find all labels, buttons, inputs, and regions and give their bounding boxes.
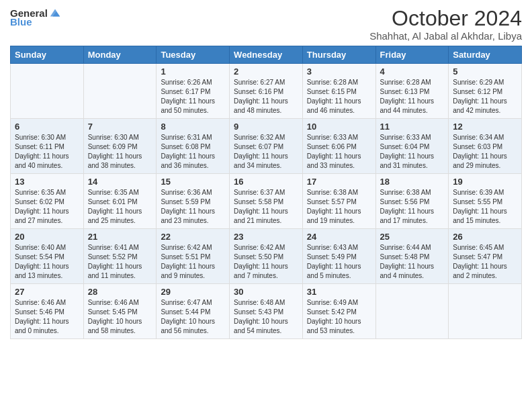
day-info: Sunrise: 6:28 AMSunset: 6:13 PMDaylight:… (380, 78, 445, 116)
calendar-cell: 20Sunrise: 6:40 AMSunset: 5:54 PMDayligh… (11, 229, 84, 284)
day-info: Sunrise: 6:33 AMSunset: 6:04 PMDaylight:… (380, 133, 445, 171)
logo-blue: Blue (10, 16, 32, 28)
day-info: Sunrise: 6:30 AMSunset: 6:11 PMDaylight:… (15, 133, 79, 171)
logo-icon (49, 7, 61, 19)
day-number: 24 (307, 232, 371, 242)
logo: General Blue (10, 7, 61, 28)
calendar-cell: 1Sunrise: 6:26 AMSunset: 6:17 PMDaylight… (157, 64, 230, 119)
weekday-header-saturday: Saturday (449, 46, 522, 64)
week-row-5: 27Sunrise: 6:46 AMSunset: 5:46 PMDayligh… (11, 284, 522, 339)
day-number: 16 (234, 177, 298, 187)
calendar-cell: 13Sunrise: 6:35 AMSunset: 6:02 PMDayligh… (11, 174, 84, 229)
title-block: October 2024 Shahhat, Al Jabal al Akhdar… (369, 7, 522, 42)
day-info: Sunrise: 6:29 AMSunset: 6:12 PMDaylight:… (453, 78, 517, 116)
day-number: 28 (88, 287, 152, 297)
calendar-cell: 11Sunrise: 6:33 AMSunset: 6:04 PMDayligh… (375, 119, 449, 174)
calendar-cell: 14Sunrise: 6:35 AMSunset: 6:01 PMDayligh… (83, 174, 157, 229)
calendar-cell: 15Sunrise: 6:36 AMSunset: 5:59 PMDayligh… (157, 174, 230, 229)
weekday-header-monday: Monday (83, 46, 157, 64)
day-number: 27 (15, 287, 79, 297)
day-info: Sunrise: 6:41 AMSunset: 5:52 PMDaylight:… (88, 243, 152, 281)
calendar-cell: 30Sunrise: 6:48 AMSunset: 5:43 PMDayligh… (230, 284, 303, 339)
day-info: Sunrise: 6:39 AMSunset: 5:55 PMDaylight:… (453, 188, 517, 226)
day-info: Sunrise: 6:42 AMSunset: 5:50 PMDaylight:… (234, 243, 298, 281)
calendar-cell (375, 284, 449, 339)
page: General Blue October 2024 Shahhat, Al Ja… (0, 0, 532, 411)
calendar-cell: 21Sunrise: 6:41 AMSunset: 5:52 PMDayligh… (83, 229, 157, 284)
day-number: 31 (307, 287, 371, 297)
day-number: 7 (88, 122, 152, 132)
day-number: 8 (161, 122, 225, 132)
calendar: SundayMondayTuesdayWednesdayThursdayFrid… (10, 46, 522, 339)
week-row-3: 13Sunrise: 6:35 AMSunset: 6:02 PMDayligh… (11, 174, 522, 229)
day-info: Sunrise: 6:46 AMSunset: 5:46 PMDaylight:… (15, 298, 79, 336)
day-info: Sunrise: 6:33 AMSunset: 6:06 PMDaylight:… (307, 133, 371, 171)
day-number: 12 (453, 122, 517, 132)
day-info: Sunrise: 6:38 AMSunset: 5:56 PMDaylight:… (380, 188, 445, 226)
day-info: Sunrise: 6:30 AMSunset: 6:09 PMDaylight:… (88, 133, 152, 171)
calendar-cell: 17Sunrise: 6:38 AMSunset: 5:57 PMDayligh… (302, 174, 375, 229)
day-number: 10 (307, 122, 371, 132)
calendar-cell: 9Sunrise: 6:32 AMSunset: 6:07 PMDaylight… (230, 119, 303, 174)
calendar-header: SundayMondayTuesdayWednesdayThursdayFrid… (11, 46, 522, 64)
calendar-cell: 10Sunrise: 6:33 AMSunset: 6:06 PMDayligh… (302, 119, 375, 174)
day-info: Sunrise: 6:49 AMSunset: 5:42 PMDaylight:… (307, 298, 371, 336)
day-number: 18 (380, 177, 445, 187)
calendar-body: 1Sunrise: 6:26 AMSunset: 6:17 PMDaylight… (11, 64, 522, 339)
day-info: Sunrise: 6:46 AMSunset: 5:45 PMDaylight:… (88, 298, 152, 336)
calendar-cell (83, 64, 157, 119)
day-number: 30 (234, 287, 298, 297)
weekday-header-sunday: Sunday (11, 46, 84, 64)
calendar-cell (449, 284, 522, 339)
calendar-cell: 18Sunrise: 6:38 AMSunset: 5:56 PMDayligh… (375, 174, 449, 229)
calendar-cell: 16Sunrise: 6:37 AMSunset: 5:58 PMDayligh… (230, 174, 303, 229)
day-number: 23 (234, 232, 298, 242)
day-info: Sunrise: 6:26 AMSunset: 6:17 PMDaylight:… (161, 78, 225, 116)
weekday-header-wednesday: Wednesday (230, 46, 303, 64)
calendar-cell: 2Sunrise: 6:27 AMSunset: 6:16 PMDaylight… (230, 64, 303, 119)
day-number: 26 (453, 232, 517, 242)
day-number: 20 (15, 232, 79, 242)
day-number: 13 (15, 177, 79, 187)
calendar-cell: 12Sunrise: 6:34 AMSunset: 6:03 PMDayligh… (449, 119, 522, 174)
day-info: Sunrise: 6:40 AMSunset: 5:54 PMDaylight:… (15, 243, 79, 281)
day-info: Sunrise: 6:27 AMSunset: 6:16 PMDaylight:… (234, 78, 298, 116)
day-number: 29 (161, 287, 225, 297)
day-number: 19 (453, 177, 517, 187)
day-info: Sunrise: 6:35 AMSunset: 6:02 PMDaylight:… (15, 188, 79, 226)
week-row-1: 1Sunrise: 6:26 AMSunset: 6:17 PMDaylight… (11, 64, 522, 119)
day-info: Sunrise: 6:28 AMSunset: 6:15 PMDaylight:… (307, 78, 371, 116)
day-number: 22 (161, 232, 225, 242)
weekday-header-thursday: Thursday (302, 46, 375, 64)
day-number: 5 (453, 66, 517, 77)
calendar-cell: 3Sunrise: 6:28 AMSunset: 6:15 PMDaylight… (302, 64, 375, 119)
week-row-4: 20Sunrise: 6:40 AMSunset: 5:54 PMDayligh… (11, 229, 522, 284)
calendar-cell: 24Sunrise: 6:43 AMSunset: 5:49 PMDayligh… (302, 229, 375, 284)
day-info: Sunrise: 6:47 AMSunset: 5:44 PMDaylight:… (161, 298, 225, 336)
day-info: Sunrise: 6:43 AMSunset: 5:49 PMDaylight:… (307, 243, 371, 281)
day-number: 3 (307, 66, 371, 77)
weekday-header-tuesday: Tuesday (157, 46, 230, 64)
week-row-2: 6Sunrise: 6:30 AMSunset: 6:11 PMDaylight… (11, 119, 522, 174)
calendar-cell: 8Sunrise: 6:31 AMSunset: 6:08 PMDaylight… (157, 119, 230, 174)
day-info: Sunrise: 6:35 AMSunset: 6:01 PMDaylight:… (88, 188, 152, 226)
calendar-cell (11, 64, 84, 119)
calendar-cell: 23Sunrise: 6:42 AMSunset: 5:50 PMDayligh… (230, 229, 303, 284)
day-number: 21 (88, 232, 152, 242)
day-number: 4 (380, 66, 445, 77)
day-number: 11 (380, 122, 445, 132)
day-number: 15 (161, 177, 225, 187)
header: General Blue October 2024 Shahhat, Al Ja… (10, 7, 522, 42)
day-number: 9 (234, 122, 298, 132)
day-info: Sunrise: 6:31 AMSunset: 6:08 PMDaylight:… (161, 133, 225, 171)
day-info: Sunrise: 6:34 AMSunset: 6:03 PMDaylight:… (453, 133, 517, 171)
calendar-cell: 4Sunrise: 6:28 AMSunset: 6:13 PMDaylight… (375, 64, 449, 119)
calendar-cell: 22Sunrise: 6:42 AMSunset: 5:51 PMDayligh… (157, 229, 230, 284)
weekday-header-friday: Friday (375, 46, 449, 64)
calendar-cell: 26Sunrise: 6:45 AMSunset: 5:47 PMDayligh… (449, 229, 522, 284)
location-title: Shahhat, Al Jabal al Akhdar, Libya (369, 30, 522, 42)
calendar-cell: 7Sunrise: 6:30 AMSunset: 6:09 PMDaylight… (83, 119, 157, 174)
day-info: Sunrise: 6:32 AMSunset: 6:07 PMDaylight:… (234, 133, 298, 171)
calendar-cell: 29Sunrise: 6:47 AMSunset: 5:44 PMDayligh… (157, 284, 230, 339)
calendar-cell: 6Sunrise: 6:30 AMSunset: 6:11 PMDaylight… (11, 119, 84, 174)
